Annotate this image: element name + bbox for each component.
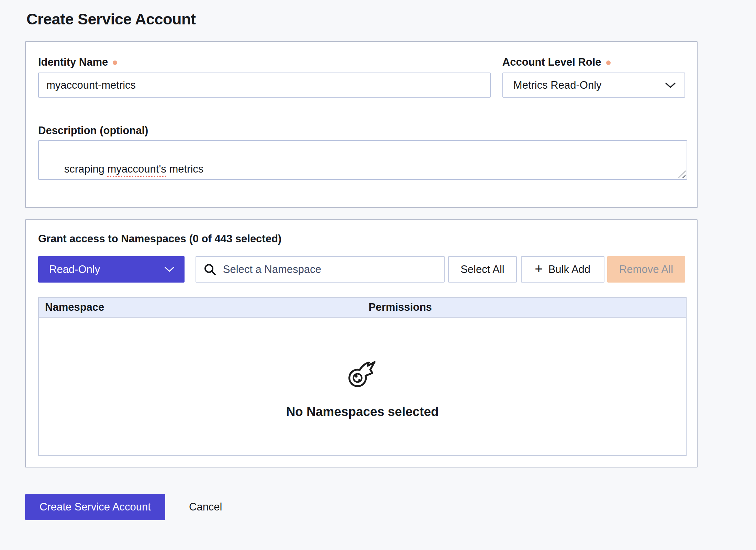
required-dot-icon <box>606 60 611 65</box>
select-all-label: Select All <box>460 263 504 276</box>
description-text-suffix: metrics <box>166 163 204 175</box>
namespace-search-input[interactable] <box>196 256 445 283</box>
description-textarea[interactable]: scraping myaccount's metrics <box>38 140 687 180</box>
textarea-resize-handle[interactable] <box>678 170 686 178</box>
plus-icon: + <box>535 262 543 276</box>
bulk-add-button[interactable]: + Bulk Add <box>521 256 604 283</box>
account-level-role-select[interactable]: Metrics Read-Only <box>502 73 685 98</box>
identity-name-input[interactable] <box>38 73 491 98</box>
create-service-account-button[interactable]: Create Service Account <box>25 494 165 520</box>
bulk-add-label: Bulk Add <box>548 263 590 276</box>
description-label: Description (optional) <box>38 124 685 137</box>
identity-name-field-group: Identity Name <box>38 56 491 98</box>
permission-dropdown[interactable]: Read-Only <box>38 256 185 283</box>
namespaces-table: Namespace Permissions No Namespaces sele… <box>38 297 687 456</box>
column-header-permissions: Permissions <box>363 301 686 314</box>
chevron-down-icon <box>165 266 174 272</box>
select-all-button[interactable]: Select All <box>448 256 516 283</box>
create-button-label: Create Service Account <box>40 501 151 513</box>
account-level-role-value: Metrics Read-Only <box>513 79 602 91</box>
permission-dropdown-value: Read-Only <box>49 263 100 276</box>
description-label-text: Description (optional) <box>38 124 148 137</box>
namespaces-panel: Grant access to Namespaces (0 of 443 sel… <box>25 219 698 468</box>
description-text-prefix: scraping <box>64 163 108 175</box>
empty-state-text: No Namespaces selected <box>286 405 438 419</box>
account-level-role-label-text: Account Level Role <box>502 56 601 69</box>
create-service-account-page: Create Service Account Identity Name Acc… <box>0 0 756 550</box>
namespace-search <box>196 256 445 283</box>
namespaces-toolbar: Read-Only Select All + Bulk Add <box>38 256 685 283</box>
column-header-namespace: Namespace <box>39 301 363 314</box>
namespaces-heading: Grant access to Namespaces (0 of 443 sel… <box>38 232 685 245</box>
namespaces-empty-state: No Namespaces selected <box>39 318 686 455</box>
search-icon <box>204 263 216 276</box>
identity-name-label: Identity Name <box>38 56 491 69</box>
cancel-button[interactable]: Cancel <box>189 501 222 513</box>
remove-all-button-disabled[interactable]: Remove All <box>607 256 685 283</box>
chevron-down-icon <box>665 82 676 88</box>
description-misspelled-word: myaccount's <box>107 163 166 177</box>
footer-actions: Create Service Account Cancel <box>25 494 756 520</box>
remove-all-label: Remove All <box>619 263 673 276</box>
required-dot-icon <box>113 60 117 65</box>
account-level-role-label: Account Level Role <box>502 56 685 69</box>
page-title: Create Service Account <box>26 10 756 28</box>
cancel-button-label: Cancel <box>189 501 222 513</box>
namespaces-table-header: Namespace Permissions <box>39 298 686 318</box>
identity-panel: Identity Name Account Level Role Metrics… <box>25 41 698 208</box>
identity-name-label-text: Identity Name <box>38 56 108 69</box>
account-level-role-field-group: Account Level Role Metrics Read-Only <box>502 56 685 98</box>
comet-icon <box>346 356 379 389</box>
